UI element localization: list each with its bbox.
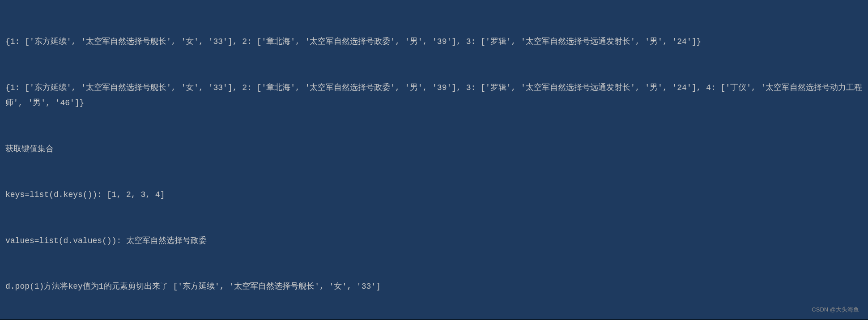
output-line: values=list(d.values()): 太空军自然选择号政委 xyxy=(5,233,863,248)
output-line: keys=list(d.keys()): [1, 2, 3, 4] xyxy=(5,187,863,202)
output-line: {1: ['东方延续', '太空军自然选择号舰长', '女', '33'], 2… xyxy=(5,34,863,49)
watermark-text: CSDN @大头海鱼 xyxy=(812,304,859,316)
output-line: {1: ['东方延续', '太空军自然选择号舰长', '女', '33'], 2… xyxy=(5,80,863,111)
output-line: 获取键值集合 xyxy=(5,141,863,157)
terminal-output: {1: ['东方延续', '太空军自然选择号舰长', '女', '33'], 2… xyxy=(5,4,863,320)
output-line: d.pop(1)方法将key值为1的元素剪切出来了 ['东方延续', '太空军自… xyxy=(5,279,863,294)
